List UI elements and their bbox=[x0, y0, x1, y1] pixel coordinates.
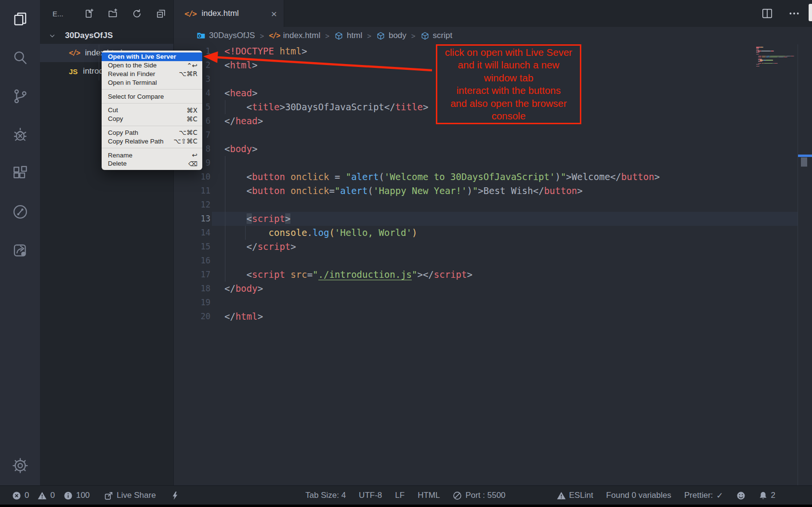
chevron-down-icon bbox=[48, 32, 56, 40]
line-number: 16 bbox=[174, 254, 210, 268]
explorer-header: E... bbox=[52, 5, 167, 22]
symbol-cube-icon bbox=[334, 31, 343, 40]
annotation-line: console bbox=[437, 110, 580, 123]
line-number: 13 bbox=[174, 212, 210, 226]
context-menu-item-open-in-terminal[interactable]: Open in Terminal bbox=[102, 78, 202, 87]
breadcrumb-item-script[interactable]: script bbox=[420, 31, 453, 40]
status-info-count[interactable]: 100 bbox=[64, 491, 90, 500]
context-menu-item-reveal-in-finder[interactable]: Reveal in Finder⌥⌘R bbox=[102, 70, 202, 78]
source-control-icon[interactable] bbox=[0, 77, 40, 116]
status-label: ESLint bbox=[569, 491, 593, 500]
code-text: <body> bbox=[224, 142, 258, 156]
context-menu-item-copy-path[interactable]: Copy Path⌥⌘C bbox=[102, 129, 202, 137]
code-editor[interactable]: 1<!DOCTYPE html>2<html>34<head>5 <title>… bbox=[174, 44, 660, 324]
menu-item-shortcut: ⌥⇧⌘C bbox=[173, 137, 197, 145]
status-bar-right: ESLintFound 0 variablesPrettier:✓2 bbox=[557, 486, 775, 505]
annotation-line: and it will launch a new bbox=[437, 59, 580, 72]
status-label: 0 bbox=[25, 491, 29, 500]
code-line-9: 9 bbox=[174, 156, 660, 170]
status-language-mode[interactable]: HTML bbox=[418, 491, 440, 500]
breadcrumb-label: body bbox=[389, 31, 406, 40]
new-folder-icon[interactable] bbox=[107, 8, 118, 19]
tab-index-html[interactable]: </> index.html × bbox=[174, 0, 284, 27]
status-eslint[interactable]: ESLint bbox=[557, 491, 593, 500]
code-text: <title>30DaysOfJavaScript</title> bbox=[224, 100, 428, 114]
vscode-window: E... 30DaysOfJS</>index.htmlJSintroducti… bbox=[0, 0, 812, 507]
context-menu-item-cut[interactable]: Cut⌘X bbox=[102, 106, 202, 115]
tab-label: index.html bbox=[201, 9, 238, 18]
status-prettier[interactable]: Prettier:✓ bbox=[684, 491, 723, 500]
menu-item-label: Reveal in Finder bbox=[108, 70, 155, 78]
breadcrumb-item-html[interactable]: html bbox=[334, 31, 362, 40]
code-line-8: 8<body> bbox=[174, 142, 660, 156]
tab-close-icon[interactable]: × bbox=[271, 9, 277, 19]
bolt-icon bbox=[170, 491, 180, 500]
annotation-line: and also open the browser bbox=[437, 97, 580, 110]
html-file-icon: </> bbox=[184, 9, 196, 18]
line-number: 18 bbox=[174, 282, 210, 296]
menu-item-label: Open with Live Server bbox=[108, 53, 176, 60]
code-line-20: 20</html> bbox=[174, 310, 660, 324]
remote-icon[interactable] bbox=[0, 193, 40, 231]
breadcrumb-item-body[interactable]: body bbox=[376, 31, 406, 40]
symbol-cube-icon bbox=[376, 31, 385, 40]
minimap[interactable] bbox=[756, 47, 797, 67]
menu-item-label: Open in Terminal bbox=[108, 79, 157, 86]
annotation-line: interact with the buttons bbox=[437, 84, 580, 97]
context-menu-item-open-with-live-server[interactable]: Open with Live Server bbox=[102, 52, 202, 61]
breadcrumb-separator: > bbox=[260, 32, 264, 40]
collapse-all-icon[interactable] bbox=[156, 8, 167, 19]
context-menu-item-delete[interactable]: Delete⌫ bbox=[102, 159, 202, 168]
tree-root-folder[interactable]: 30DaysOfJS bbox=[40, 27, 173, 44]
live-share-icon[interactable] bbox=[0, 231, 40, 270]
code-text: </script> bbox=[224, 240, 296, 254]
context-menu-item-copy[interactable]: Copy⌘C bbox=[102, 115, 202, 123]
smiley-icon bbox=[736, 491, 746, 500]
breadcrumb-label: index.html bbox=[283, 31, 320, 40]
refresh-icon[interactable] bbox=[131, 8, 143, 19]
status-encoding[interactable]: UTF-8 bbox=[359, 491, 382, 500]
status-eol[interactable]: LF bbox=[395, 491, 405, 500]
code-line-16: 16 bbox=[174, 254, 660, 268]
status-tab-size[interactable]: Tab Size: 4 bbox=[305, 491, 346, 500]
code-text: </body> bbox=[224, 282, 263, 296]
code-line-11: 11 <button onclick="alert('Happy New Yea… bbox=[174, 184, 660, 198]
run-debug-icon[interactable] bbox=[0, 116, 40, 154]
code-line-4: 4<head> bbox=[174, 86, 660, 100]
breadcrumb-item-index-html[interactable]: </>index.html bbox=[269, 31, 320, 40]
menu-item-shortcut: ↩ bbox=[192, 151, 197, 159]
status-live-server-port[interactable]: Port : 5500 bbox=[453, 491, 505, 500]
code-line-17: 17 <script src="./introduction.js"></scr… bbox=[174, 268, 660, 282]
search-icon[interactable] bbox=[0, 39, 40, 77]
status-errors[interactable]: 0 bbox=[12, 491, 29, 500]
status-notifications-bell[interactable]: 2 bbox=[759, 491, 775, 500]
status-live-share[interactable]: Live Share bbox=[104, 491, 156, 500]
split-editor-icon[interactable] bbox=[761, 7, 773, 20]
warning-icon bbox=[38, 491, 47, 500]
settings-gear-icon[interactable] bbox=[0, 446, 40, 485]
extensions-icon[interactable] bbox=[0, 154, 40, 193]
line-number: 10 bbox=[174, 170, 210, 184]
breadcrumb-label: script bbox=[433, 31, 453, 40]
status-variables-found[interactable]: Found 0 variables bbox=[606, 491, 671, 500]
explorer-icon[interactable] bbox=[0, 0, 40, 39]
status-label: Prettier: bbox=[684, 491, 713, 500]
status-quick-action[interactable] bbox=[170, 491, 180, 500]
line-number: 17 bbox=[174, 268, 210, 282]
status-feedback-smiley[interactable] bbox=[736, 491, 746, 500]
scrollbar-divider bbox=[798, 44, 798, 485]
scrollbar-thumb[interactable] bbox=[801, 157, 807, 167]
root-folder-label: 30DaysOfJS bbox=[65, 31, 113, 40]
error-icon bbox=[12, 491, 21, 500]
context-menu-item-select-for-compare[interactable]: Select for Compare bbox=[102, 92, 202, 101]
bell-icon bbox=[759, 491, 768, 500]
context-menu-item-copy-relative-path[interactable]: Copy Relative Path⌥⇧⌘C bbox=[102, 137, 202, 145]
breadcrumb-item-30daysofjs[interactable]: 30DaysOfJS bbox=[196, 31, 255, 40]
status-warnings[interactable]: 0 bbox=[38, 491, 54, 500]
context-menu-item-rename[interactable]: Rename↩ bbox=[102, 151, 202, 159]
status-bar-left: 00100Live Share bbox=[12, 486, 180, 505]
code-text: </head> bbox=[224, 114, 263, 128]
new-file-icon[interactable] bbox=[83, 8, 94, 19]
more-actions-icon[interactable] bbox=[788, 7, 800, 20]
context-menu-item-open-to-the-side[interactable]: Open to the Side⌃↩ bbox=[102, 61, 202, 70]
